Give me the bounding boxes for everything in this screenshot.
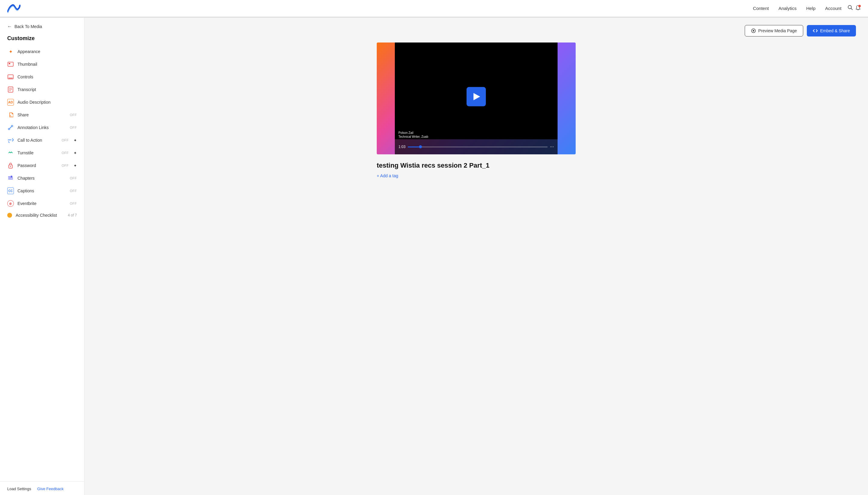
back-to-media-button[interactable]: ← Back To Media	[0, 18, 84, 34]
sidebar: ← Back To Media Customize ✦ Appearance T…	[0, 18, 84, 495]
eventbrite-icon: e	[7, 200, 14, 207]
svg-rect-2	[8, 62, 13, 66]
add-tag-button[interactable]: + Add a tag	[377, 173, 398, 178]
svg-point-17	[10, 175, 13, 178]
top-nav: Content Analytics Help Account	[0, 0, 868, 17]
transcript-icon	[7, 86, 14, 93]
sidebar-item-eventbrite[interactable]: e Eventbrite OFF	[0, 197, 84, 210]
sidebar-item-appearance[interactable]: ✦ Appearance	[0, 45, 84, 58]
appearance-icon: ✦	[7, 48, 14, 55]
sidebar-footer: Load Settings Give Feedback	[0, 481, 84, 495]
transcript-label: Transcript	[17, 87, 77, 92]
turnstile-off-badge: OFF	[62, 151, 69, 155]
sidebar-item-audio-description[interactable]: AD Audio Description	[0, 96, 84, 108]
video-player[interactable]: Polson Zail Technical Writer, Zuab 1:03 …	[377, 42, 576, 154]
cta-off-badge: OFF	[62, 138, 69, 142]
play-button[interactable]	[467, 87, 486, 106]
cta-label: Call to Action	[17, 138, 58, 142]
svg-rect-3	[9, 63, 10, 64]
main-header: Preview Media Page Embed & Share	[84, 18, 868, 42]
accessibility-icon	[7, 213, 12, 218]
video-timestamp: 1:03	[398, 145, 405, 149]
audio-description-label: Audio Description	[17, 100, 77, 105]
cta-sparkle-icon: ✦	[73, 138, 77, 142]
sidebar-item-captions[interactable]: CC Captions OFF	[0, 185, 84, 197]
main-content: Preview Media Page Embed & Share Polson …	[84, 18, 868, 495]
share-off-badge: OFF	[70, 113, 77, 117]
presenter-name-line1: Polson Zail	[398, 131, 428, 135]
notifications-button[interactable]	[855, 5, 861, 12]
turnstile-sparkle-icon: ✦	[73, 151, 77, 155]
video-controls-bar: 1:03 ···	[395, 139, 558, 154]
sidebar-item-turnstile[interactable]: Turnstile OFF ✦	[0, 147, 84, 159]
thumbnail-label: Thumbnail	[17, 62, 77, 67]
nav-analytics[interactable]: Analytics	[779, 6, 797, 11]
nav-account[interactable]: Account	[825, 6, 841, 11]
video-progress-bar[interactable]	[408, 147, 547, 148]
turnstile-icon	[7, 150, 14, 156]
captions-label: Captions	[17, 188, 66, 193]
cta-icon	[7, 137, 14, 143]
search-button[interactable]	[848, 5, 853, 12]
give-feedback-button[interactable]: Give Feedback	[37, 487, 64, 491]
svg-point-10	[8, 129, 10, 130]
app-layout: ← Back To Media Customize ✦ Appearance T…	[0, 18, 868, 495]
sidebar-item-controls[interactable]: Controls	[0, 70, 84, 83]
play-icon	[473, 93, 480, 100]
notification-dot	[858, 5, 861, 7]
nav-help[interactable]: Help	[806, 6, 816, 11]
captions-off-badge: OFF	[70, 189, 77, 193]
video-progress-dot	[419, 145, 422, 148]
sidebar-item-transcript[interactable]: Transcript	[0, 83, 84, 96]
presenter-name-line2: Technical Writer, Zuab	[398, 135, 428, 139]
svg-point-19	[752, 30, 754, 32]
share-icon	[7, 112, 14, 118]
load-settings-button[interactable]: Load Settings	[7, 487, 31, 491]
accessibility-badge: 4 of 7	[68, 213, 77, 217]
sidebar-item-accessibility[interactable]: Accessibility Checklist 4 of 7	[0, 210, 84, 221]
sidebar-item-annotation-links[interactable]: Annotation Links OFF	[0, 121, 84, 134]
logo[interactable]	[7, 3, 20, 14]
password-label: Password	[17, 163, 58, 168]
video-wrapper: Polson Zail Technical Writer, Zuab 1:03 …	[377, 42, 576, 154]
controls-icon	[7, 73, 14, 80]
video-more-options[interactable]: ···	[550, 144, 554, 150]
annotation-off-badge: OFF	[70, 126, 77, 129]
sidebar-section-title: Customize	[0, 34, 84, 45]
sidebar-item-thumbnail[interactable]: Thumbnail	[0, 58, 84, 70]
chapters-off-badge: OFF	[70, 176, 77, 180]
eventbrite-off-badge: OFF	[70, 202, 77, 205]
chapters-icon	[7, 175, 14, 182]
controls-label: Controls	[17, 74, 77, 79]
annotation-links-label: Annotation Links	[17, 125, 66, 130]
video-title: testing Wistia recs session 2 Part_1	[377, 161, 576, 169]
nav-links: Content Analytics Help Account	[753, 6, 841, 11]
nav-content[interactable]: Content	[753, 6, 769, 11]
sidebar-item-share[interactable]: Share OFF	[0, 108, 84, 121]
accessibility-label: Accessibility Checklist	[16, 213, 64, 218]
video-presenter-name: Polson Zail Technical Writer, Zuab	[398, 131, 428, 139]
svg-point-13	[10, 166, 11, 167]
password-icon	[7, 162, 14, 169]
embed-label: Embed & Share	[820, 28, 850, 33]
eventbrite-label: Eventbrite	[17, 201, 66, 206]
turnstile-label: Turnstile	[17, 150, 58, 155]
back-to-media-label: Back To Media	[15, 24, 42, 29]
video-progress-fill	[408, 147, 419, 148]
sidebar-item-chapters[interactable]: Chapters OFF	[0, 172, 84, 185]
svg-point-11	[12, 125, 13, 127]
preview-label: Preview Media Page	[758, 28, 797, 33]
sidebar-item-password[interactable]: Password OFF ✦	[0, 159, 84, 172]
preview-media-page-button[interactable]: Preview Media Page	[745, 25, 803, 36]
sidebar-item-call-to-action[interactable]: Call to Action OFF ✦	[0, 134, 84, 147]
share-label: Share	[17, 113, 66, 117]
captions-icon: CC	[7, 188, 14, 194]
password-sparkle-icon: ✦	[73, 164, 77, 168]
annotation-icon	[7, 124, 14, 131]
embed-share-button[interactable]: Embed & Share	[807, 25, 856, 36]
chapters-label: Chapters	[17, 176, 66, 181]
video-container: Polson Zail Technical Writer, Zuab 1:03 …	[97, 42, 856, 154]
svg-rect-5	[8, 78, 13, 79]
svg-line-1	[851, 8, 853, 10]
appearance-label: Appearance	[17, 49, 77, 54]
